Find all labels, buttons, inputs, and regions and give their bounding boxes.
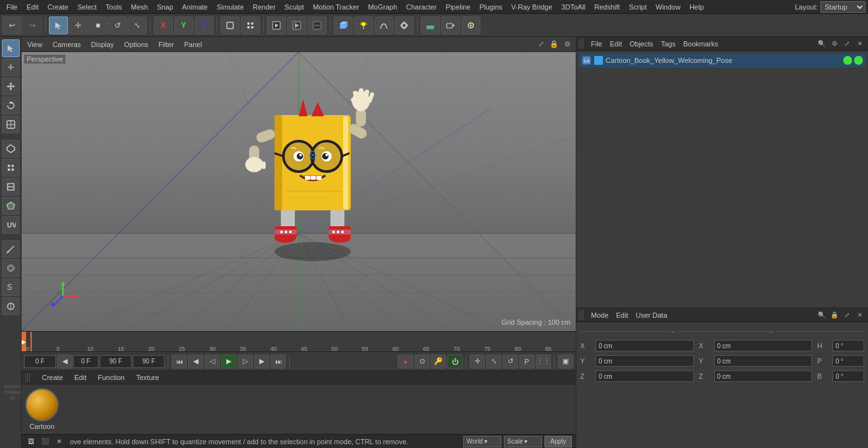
viewport-panel-menu[interactable]: Panel [181, 39, 205, 50]
menu-plugins[interactable]: Plugins [475, 2, 506, 12]
attr-close-icon[interactable]: ✕ [854, 309, 865, 321]
x-axis-button[interactable]: X [154, 17, 173, 34]
menu-window[interactable]: Window [652, 2, 684, 12]
menu-mesh[interactable]: Mesh [127, 2, 152, 12]
spline-tool-button[interactable] [374, 17, 393, 34]
nurbs-button[interactable] [395, 17, 414, 34]
attr-pos-z-input[interactable] [595, 370, 694, 382]
attr-size-x-input[interactable] [714, 340, 813, 351]
menu-edit[interactable]: Edit [23, 2, 43, 12]
edges-mode-button[interactable] [2, 178, 20, 196]
viewport-cameras-menu[interactable]: Cameras [50, 39, 85, 50]
om-bookmarks-button[interactable]: Bookmarks [680, 39, 721, 48]
menu-help[interactable]: Help [686, 2, 708, 12]
attr-size-z-input[interactable] [714, 370, 813, 382]
attr-pos-y-input[interactable] [595, 355, 694, 367]
menu-tools[interactable]: Tools [102, 2, 126, 12]
polygon-mode-button[interactable] [2, 197, 20, 215]
go-end-button[interactable]: ⏭ [271, 355, 286, 369]
rotate-keys-button[interactable]: ↺ [503, 355, 518, 369]
menu-sculpt[interactable]: Sculpt [281, 2, 308, 12]
cube-tool-button[interactable]: ■ [88, 17, 107, 34]
status-close-icon[interactable]: ✕ [53, 436, 65, 447]
all-keys-button[interactable]: ⋮⋮ [536, 355, 551, 369]
rotate-tool-button[interactable]: ↺ [108, 17, 127, 34]
play-button[interactable]: ▶ [221, 355, 236, 369]
bottom-edit-button[interactable]: Edit [72, 372, 89, 383]
viewport-filter-menu[interactable]: Filter [155, 39, 177, 50]
om-file-button[interactable]: File [588, 39, 606, 48]
status-screen-icon[interactable]: ⬛ [39, 436, 51, 447]
light-object-button[interactable] [354, 17, 373, 34]
attr-expand-icon[interactable]: ⤢ [841, 309, 853, 321]
rotate-mode-button[interactable] [2, 97, 20, 114]
om-content[interactable]: Lo Cartoon_Book_Yellow_Welcoming_Pose [576, 51, 868, 308]
menu-animate[interactable]: Animate [179, 2, 212, 12]
auto-key-button[interactable]: 🔑 [431, 355, 446, 369]
timeline-ruler[interactable]: 051015202530354045505560657075808590 [26, 332, 576, 352]
object-mode-button[interactable] [220, 17, 240, 34]
knife-tool-side-button[interactable] [2, 240, 20, 258]
om-search-icon[interactable]: 🔍 [816, 38, 827, 50]
world-dropdown[interactable]: World ▾ [463, 436, 501, 447]
menu-redshift[interactable]: Redshift [590, 2, 623, 12]
attr-lock-icon[interactable]: 🔒 [829, 309, 840, 321]
scale-tool-button[interactable]: ⤡ [128, 17, 147, 34]
motion-record-button[interactable]: ⊙ [414, 355, 430, 369]
move-keys-button[interactable]: ✛ [470, 355, 485, 369]
render-active-view-button[interactable] [287, 17, 306, 34]
om-expand-icon[interactable]: ⤢ [841, 38, 853, 50]
object-mode-side-button[interactable] [2, 140, 20, 158]
power-button[interactable]: ⏻ [447, 355, 463, 369]
layout-dropdown[interactable]: Startup Standard Modeling [820, 1, 865, 13]
menu-render[interactable]: Render [249, 2, 280, 12]
scale-dropdown[interactable]: Scale ▾ [504, 436, 542, 447]
render-region-button[interactable] [267, 17, 286, 34]
bottom-texture-button[interactable]: Texture [133, 372, 161, 383]
frame-end-input[interactable] [100, 355, 132, 368]
record-button[interactable]: ● [398, 355, 413, 369]
attr-size-y-input[interactable] [714, 355, 813, 367]
points-mode-side-button[interactable] [2, 159, 20, 177]
menu-character[interactable]: Character [402, 2, 440, 12]
attr-rot-p-input[interactable] [832, 355, 864, 367]
object-visible-dot[interactable] [843, 56, 852, 65]
y-axis-button[interactable]: Y [174, 17, 193, 34]
floor-button[interactable] [421, 17, 440, 34]
prev-step-button[interactable]: ◁ [205, 355, 220, 369]
soft-ik-button[interactable] [2, 297, 20, 315]
apply-button[interactable]: Apply [545, 436, 572, 447]
om-settings-icon[interactable]: ⚙ [829, 38, 840, 50]
param-keys-button[interactable]: P [519, 355, 534, 369]
camera-button[interactable] [441, 17, 460, 34]
table-row[interactable]: Lo Cartoon_Book_Yellow_Welcoming_Pose [579, 53, 865, 67]
cube-object-button[interactable] [334, 17, 353, 34]
scale-mode-button[interactable] [2, 78, 20, 95]
menu-file[interactable]: File [3, 2, 22, 12]
bottom-create-button[interactable]: Create [39, 372, 65, 383]
viewport-view-menu[interactable]: View [24, 39, 46, 50]
move-tool-button[interactable]: ✛ [69, 17, 88, 34]
om-edit-button[interactable]: Edit [607, 39, 625, 48]
lamp-button[interactable] [461, 17, 480, 34]
attr-user-data-button[interactable]: User Data [633, 311, 671, 320]
bottom-function-button[interactable]: Function [95, 372, 127, 383]
frame-start-input[interactable] [24, 355, 56, 368]
viewport-maximize-icon[interactable]: ⤢ [535, 39, 546, 50]
menu-mograph[interactable]: MoGraph [364, 2, 401, 12]
undo-button[interactable]: ↩ [3, 17, 22, 34]
menu-create[interactable]: Create [44, 2, 72, 12]
next-step-button[interactable]: ▷ [238, 355, 253, 369]
render-button[interactable] [308, 17, 327, 34]
attr-rot-b-input[interactable] [832, 370, 864, 382]
go-start-button[interactable]: ⏮ [172, 355, 187, 369]
material-thumbnail[interactable] [25, 388, 58, 421]
menu-select[interactable]: Select [74, 2, 101, 12]
menu-simulate[interactable]: Simulate [213, 2, 248, 12]
menu-script[interactable]: Script [625, 2, 651, 12]
attr-rot-h-input[interactable] [832, 340, 864, 351]
object-render-dot[interactable] [854, 56, 863, 65]
viewport-canvas[interactable]: Perspective Grid Spacing : 100 cm Y X [22, 52, 576, 331]
om-objects-button[interactable]: Objects [627, 39, 656, 48]
redo-button[interactable]: ↪ [23, 17, 42, 34]
